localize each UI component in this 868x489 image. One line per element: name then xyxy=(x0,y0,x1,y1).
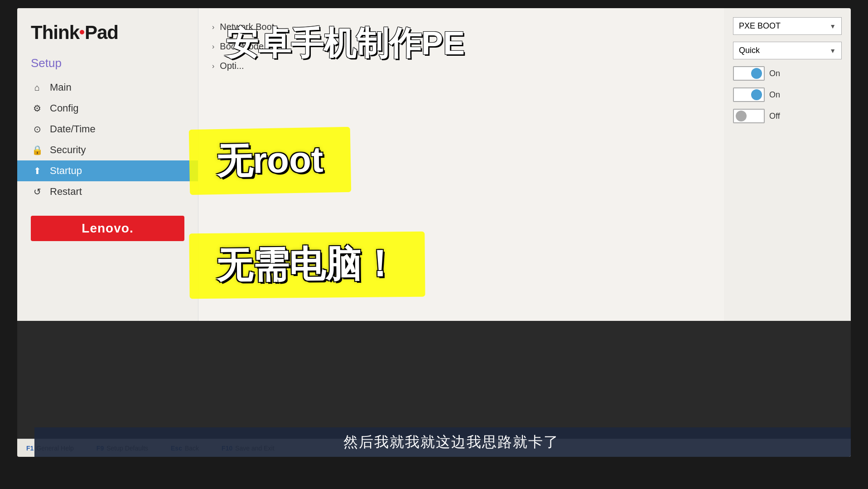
menu-item-network-boot[interactable]: › Network Boot xyxy=(212,17,710,37)
toggle-2[interactable] xyxy=(733,87,765,102)
toggle-knob-3 xyxy=(736,111,747,121)
menu-label-opti: Opti... xyxy=(220,61,244,71)
toggle-knob-2 xyxy=(751,89,762,100)
restart-icon: ↺ xyxy=(31,186,43,197)
bios-frame: ThinkPad Setup ⌂ Main ⚙ Config ⊙ Date/Ti… xyxy=(17,8,851,457)
bios-screen: ThinkPad Setup ⌂ Main ⚙ Config ⊙ Date/Ti… xyxy=(17,8,851,321)
subtitle-text: 然后我就我就这边我思路就卡了 xyxy=(343,432,559,452)
menu-item-opti[interactable]: › Opti... xyxy=(212,56,710,76)
menu-label-boot-mode: Boot Mode xyxy=(220,41,264,52)
thinkpad-dot xyxy=(80,30,84,34)
nav-label-security: Security xyxy=(50,144,86,156)
subtitle-bar: 然后我就我就这边我思路就卡了 xyxy=(34,427,851,457)
clock-icon: ⊙ xyxy=(31,124,43,135)
nav-item-main[interactable]: ⌂ Main xyxy=(17,77,198,98)
dropdown-quick-arrow: ▼ xyxy=(829,47,836,54)
nav-item-security[interactable]: 🔒 Security xyxy=(17,140,198,160)
nav-label-main: Main xyxy=(50,82,72,93)
dropdown-pxe[interactable]: PXE BOOT ▼ xyxy=(733,17,842,35)
toggle-knob-1 xyxy=(751,68,762,79)
home-icon: ⌂ xyxy=(31,82,43,93)
dropdown-pxe-value: PXE BOOT xyxy=(739,21,781,31)
toggle-1[interactable] xyxy=(733,66,765,81)
dropdown-quick[interactable]: Quick ▼ xyxy=(733,42,842,59)
toggle-3[interactable] xyxy=(733,109,765,123)
nav-item-datetime[interactable]: ⊙ Date/Time xyxy=(17,119,198,140)
dropdown-quick-value: Quick xyxy=(739,46,760,55)
setup-label: Setup xyxy=(17,53,198,77)
sidebar: ThinkPad Setup ⌂ Main ⚙ Config ⊙ Date/Ti… xyxy=(17,8,198,321)
toggle-row-1: On xyxy=(733,66,842,81)
toggle-label-3: Off xyxy=(769,111,780,121)
nav-item-restart[interactable]: ↺ Restart xyxy=(17,181,198,202)
toggle-row-3: Off xyxy=(733,109,842,123)
arrow-icon-3: › xyxy=(212,62,214,70)
nav-label-startup: Startup xyxy=(50,165,82,177)
nav-item-config[interactable]: ⚙ Config xyxy=(17,98,198,119)
config-icon: ⚙ xyxy=(31,103,43,114)
nav-label-restart: Restart xyxy=(50,186,82,198)
menu-item-boot-mode[interactable]: › Boot Mode xyxy=(212,37,710,56)
key-f1: F1 xyxy=(26,445,34,452)
startup-icon: ⬆ xyxy=(31,165,43,176)
dropdown-pxe-arrow: ▼ xyxy=(829,23,836,30)
toggle-row-2: On xyxy=(733,87,842,102)
toggle-label-2: On xyxy=(769,90,780,100)
nav-label-config: Config xyxy=(50,102,79,114)
nav-item-startup[interactable]: ⬆ Startup xyxy=(17,160,198,181)
toggle-label-1: On xyxy=(769,69,780,78)
menu-label-network-boot: Network Boot xyxy=(220,22,274,32)
lock-icon: 🔒 xyxy=(31,145,43,155)
arrow-icon-1: › xyxy=(212,23,214,31)
arrow-icon-2: › xyxy=(212,43,214,51)
thinkpad-logo: ThinkPad xyxy=(17,17,198,53)
right-panel: PXE BOOT ▼ Quick ▼ On On xyxy=(724,8,851,321)
nav-label-datetime: Date/Time xyxy=(50,123,96,135)
main-content: › Network Boot › Boot Mode › Opti... xyxy=(198,8,724,321)
lenovo-badge: Lenovo. xyxy=(31,216,184,241)
